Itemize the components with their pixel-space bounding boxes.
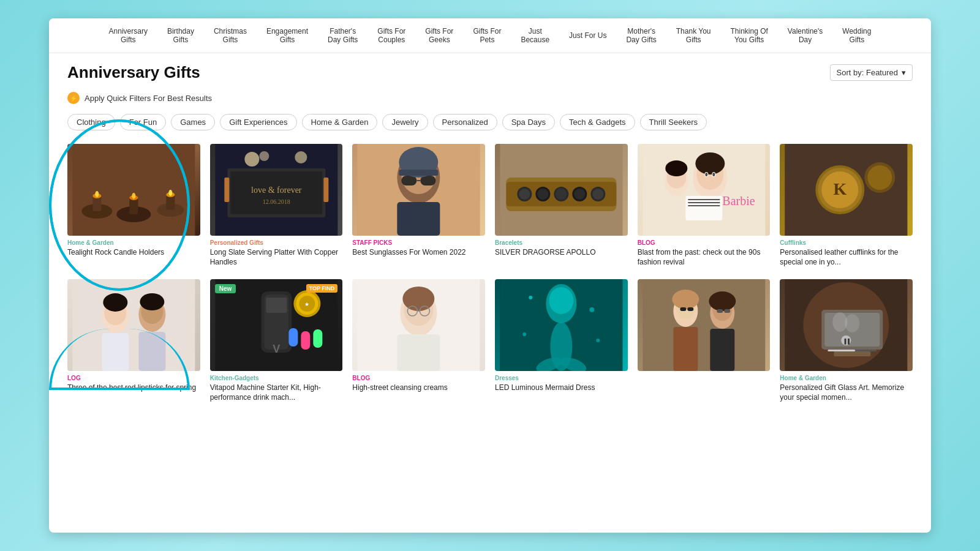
product-card-tealight[interactable]: Home & Garden Tealight Rock Candle Holde… [67, 144, 200, 267]
svg-point-70 [868, 165, 892, 190]
product-image-log [67, 279, 200, 371]
pill-jewelry[interactable]: Jewelry [382, 114, 428, 130]
product-card-blog-barbie[interactable]: Barbie BLOG Blast from the past: check o… [638, 144, 771, 267]
svg-rect-134 [834, 351, 871, 356]
nav-item-just-because[interactable]: JustBecause [517, 24, 553, 47]
svg-point-114 [672, 290, 699, 309]
product-card-cream[interactable]: BLOG High-street cleansing creams [352, 279, 485, 402]
svg-point-108 [589, 307, 594, 312]
category-pills: Clothing For Fun Games Gift Experiences … [49, 109, 931, 138]
svg-point-20 [244, 152, 259, 167]
svg-point-129 [845, 314, 860, 332]
svg-text:▐▐: ▐▐ [843, 338, 850, 345]
svg-rect-111 [643, 279, 765, 371]
product-title-cream: High-street cleansing creams [352, 383, 485, 393]
product-card-glass-art[interactable]: ▐▐ Home & Garden Personalized Gift Glass… [780, 279, 913, 402]
svg-point-103 [549, 287, 573, 314]
product-category-bracelet: Bracelets [495, 239, 628, 246]
svg-point-57 [665, 160, 687, 176]
svg-rect-123 [724, 309, 730, 313]
svg-text:★: ★ [304, 301, 309, 307]
pill-personalized[interactable]: Personalized [433, 114, 497, 130]
badge-top-find: TOP FIND [306, 284, 338, 293]
nav-item-valentines[interactable]: Valentine'sDay [784, 24, 826, 47]
product-image-vitapod: New TOP FIND V ★ [210, 279, 343, 371]
product-image-mermaid [495, 279, 628, 371]
svg-point-107 [529, 296, 532, 299]
product-card-cufflinks[interactable]: K Cufflinks Personalised leather cufflin… [780, 144, 913, 267]
svg-point-42 [556, 189, 567, 200]
svg-point-110 [596, 339, 600, 342]
product-card-sunglasses[interactable]: STAFF PICKS Best Sunglasses For Women 20… [352, 144, 485, 267]
nav-item-engagement[interactable]: EngagementGifts [263, 24, 312, 47]
svg-rect-5 [129, 198, 138, 214]
pill-spa-days[interactable]: Spa Days [502, 114, 555, 130]
product-title-blog-barbie: Blast from the past: check out the 90s f… [638, 248, 771, 267]
product-image-fashion [638, 279, 771, 371]
pill-gift-experiences[interactable]: Gift Experiences [220, 114, 296, 130]
product-card-vitapod[interactable]: New TOP FIND V ★ [210, 279, 343, 402]
svg-text:12.06.2018: 12.06.2018 [262, 198, 290, 205]
product-card-slate[interactable]: love & forever 12.06.2018 Personalized G… [210, 144, 343, 267]
nav-item-mothers-day[interactable]: Mother'sDay Gifts [622, 24, 660, 47]
svg-rect-19 [323, 178, 328, 202]
product-title-bracelet: SILVER DRAGORSE APOLLO [495, 248, 628, 258]
top-nav: AnniversaryGifts BirthdayGifts Christmas… [49, 18, 931, 53]
svg-point-44 [574, 189, 585, 200]
svg-point-40 [537, 189, 548, 200]
svg-rect-90 [301, 331, 310, 350]
sort-dropdown[interactable]: Sort by: Featured ▾ [830, 64, 913, 81]
nav-item-anniversary[interactable]: AnniversaryGifts [105, 24, 151, 47]
nav-item-thank-you[interactable]: Thank YouGifts [673, 24, 715, 47]
page-title: Anniversary Gifts [67, 63, 200, 82]
pill-tech-gadgets[interactable]: Tech & Gadgets [560, 114, 635, 130]
pill-thrill-seekers[interactable]: Thrill Seekers [640, 114, 707, 130]
nav-item-gifts-geeks[interactable]: Gifts ForGeeks [421, 24, 457, 47]
product-image-cufflinks: K [780, 144, 913, 236]
pill-clothing[interactable]: Clothing [67, 114, 115, 130]
product-category-vitapod: Kitchen-Gadgets [210, 375, 343, 381]
svg-rect-89 [288, 328, 298, 347]
svg-rect-31 [399, 170, 439, 176]
pill-home-garden[interactable]: Home & Garden [302, 114, 378, 130]
svg-point-120 [709, 291, 736, 311]
svg-rect-96 [398, 334, 440, 371]
product-card-fashion[interactable] [638, 279, 771, 402]
nav-item-wedding[interactable]: WeddingGifts [839, 24, 875, 47]
svg-point-74 [103, 293, 127, 312]
nav-item-fathers-day[interactable]: Father'sDay Gifts [324, 24, 361, 47]
nav-item-thinking-of-you[interactable]: Thinking OfYou Gifts [727, 24, 772, 47]
nav-item-christmas[interactable]: ChristmasGifts [210, 24, 251, 47]
svg-point-53 [705, 173, 707, 176]
svg-point-22 [295, 151, 307, 163]
svg-rect-121 [710, 329, 734, 371]
filter-bar: ⚡ Apply Quick Filters For Best Results [49, 87, 931, 109]
svg-point-50 [695, 152, 725, 174]
svg-point-11 [132, 193, 135, 199]
nav-item-just-for-us[interactable]: Just For Us [565, 29, 610, 42]
product-title-slate: Long Slate Serving Platter With Copper H… [210, 248, 343, 267]
product-card-bracelet[interactable]: Bracelets SILVER DRAGORSE APOLLO [495, 144, 628, 267]
product-grid-row2: LOG Three of the best red lipsticks for … [49, 279, 931, 414]
svg-rect-122 [717, 309, 723, 313]
svg-rect-32 [398, 202, 440, 236]
svg-rect-75 [102, 333, 129, 371]
product-image-tealight [67, 144, 200, 236]
product-category-sunglasses: STAFF PICKS [352, 239, 485, 246]
nav-item-birthday[interactable]: BirthdayGifts [164, 24, 198, 47]
product-title-vitapod: Vitapod Machine Starter Kit, High-perfor… [210, 383, 343, 402]
product-title-tealight: Tealight Rock Candle Holders [67, 248, 200, 258]
svg-text:Barbie: Barbie [722, 194, 755, 208]
product-card-mermaid[interactable]: Dresses LED Luminous Mermaid Dress [495, 279, 628, 402]
nav-item-gifts-couples[interactable]: Gifts ForCouples [374, 24, 409, 47]
product-card-log[interactable]: LOG Three of the best red lipsticks for … [67, 279, 200, 402]
pill-for-fun[interactable]: For Fun [120, 114, 167, 130]
pill-games[interactable]: Games [171, 114, 215, 130]
product-image-bracelet [495, 144, 628, 236]
nav-item-gifts-pets[interactable]: Gifts ForPets [469, 24, 505, 47]
svg-rect-79 [138, 332, 165, 371]
svg-point-109 [522, 332, 526, 336]
filter-text: Apply Quick Filters For Best Results [85, 94, 212, 103]
product-title-glass-art: Personalized Gift Glass Art. Memorize yo… [780, 383, 913, 402]
svg-rect-18 [224, 178, 229, 202]
